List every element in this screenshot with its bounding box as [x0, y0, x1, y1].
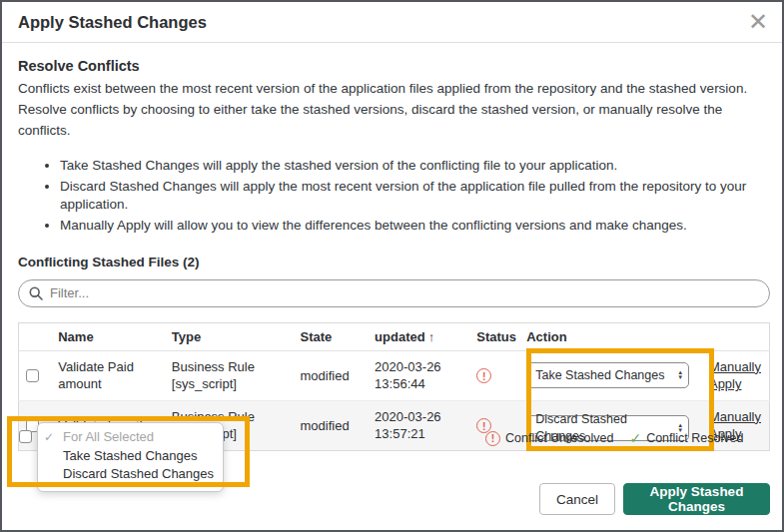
dialog-body: Resolve Conflicts Conflicts exist betwee…	[2, 43, 782, 451]
dialog-title: Apply Stashed Changes	[18, 13, 207, 32]
header-checkbox-col	[19, 322, 59, 350]
conflicting-files-label: Conflicting Stashed Files (2)	[18, 255, 766, 269]
row1-status: !	[476, 350, 526, 400]
header-manual-col	[709, 322, 770, 350]
search-icon	[29, 286, 43, 300]
table-row-validate-paid-amount: Validate Paid amount Business Rule [sys_…	[19, 350, 770, 400]
menu-item-label: Discard Stashed Changes	[63, 465, 214, 484]
legend-resolved: ✓ Conflict Resolved	[629, 430, 743, 446]
menu-item-label: For All Selected	[63, 428, 154, 447]
legend-unresolved-label: Conflict Unresolved	[505, 431, 613, 445]
bulk-action-menu: ✓ For All Selected Take Stashed Changes …	[37, 422, 224, 492]
options-bullet-list: Take Stashed Changes will apply the stas…	[18, 157, 766, 235]
check-icon: ✓	[44, 428, 63, 447]
row1-action-select[interactable]: Take Stashed Changes ▲▼	[526, 362, 689, 388]
row1-type-line2: [sys_script]	[172, 375, 293, 393]
sort-ascending-icon: ↑	[428, 329, 435, 344]
menu-item-discard-stashed-changes[interactable]: Discard Stashed Changes	[44, 465, 215, 484]
apply-stashed-changes-dialog: Apply Stashed Changes ✕ Resolve Conflict…	[0, 0, 784, 532]
row1-updated-date: 2020-03-26	[375, 358, 468, 376]
row2-updated-time: 13:57:21	[375, 425, 468, 443]
row1-action-value: Take Stashed Changes	[535, 367, 664, 384]
row1-type-line1: Business Rule	[172, 358, 293, 376]
select-spinner-icon: ▲▼	[677, 370, 683, 380]
bullet-take-stashed: Take Stashed Changes will apply the stas…	[60, 157, 766, 175]
cancel-button[interactable]: Cancel	[539, 483, 615, 515]
conflict-unresolved-icon: !	[485, 431, 500, 446]
filter-box	[18, 279, 770, 307]
apply-stashed-changes-button[interactable]: Apply Stashed Changes	[623, 483, 770, 515]
row1-checkbox[interactable]	[26, 369, 39, 382]
header-updated[interactable]: updated↑	[375, 322, 476, 350]
header-status: Status	[476, 322, 526, 350]
header-type: Type	[172, 322, 301, 350]
table-header-row: Name Type State updated↑ Status Action	[19, 322, 770, 350]
status-legend: ! Conflict Unresolved ✓ Conflict Resolve…	[485, 430, 743, 446]
bullet-discard-stashed: Discard Stashed Changes will apply the m…	[60, 178, 766, 213]
header-name: Name	[58, 322, 172, 350]
bullet-manually-apply: Manually Apply will allow you to view th…	[60, 217, 766, 235]
row1-action-cell: Take Stashed Changes ▲▼	[526, 350, 709, 400]
filter-input[interactable]	[50, 285, 759, 300]
row2-updated-date: 2020-03-26	[375, 408, 468, 426]
legend-unresolved: ! Conflict Unresolved	[485, 431, 613, 446]
row1-manual-cell: ManuallyApply	[709, 350, 770, 400]
conflict-resolved-icon: ✓	[629, 430, 641, 446]
conflicts-description: Conflicts exist between the most recent …	[18, 79, 762, 142]
header-updated-label: updated	[375, 329, 425, 344]
conflict-unresolved-icon: !	[476, 368, 491, 383]
row1-name: Validate Paid amount	[58, 350, 172, 400]
row1-type: Business Rule [sys_script]	[172, 350, 301, 400]
row1-updated-time: 13:56:44	[375, 375, 468, 393]
dialog-header: Apply Stashed Changes ✕	[2, 2, 782, 43]
row2-updated: 2020-03-26 13:57:21	[375, 400, 476, 450]
select-all-checkbox[interactable]	[19, 430, 32, 443]
row1-updated: 2020-03-26 13:56:44	[375, 350, 476, 400]
menu-item-for-all-selected: ✓ For All Selected	[44, 428, 215, 447]
menu-item-label: Take Stashed Changes	[63, 447, 197, 466]
header-state: State	[301, 322, 376, 350]
row1-manually-apply-link[interactable]: ManuallyApply	[709, 358, 761, 393]
menu-item-take-stashed-changes[interactable]: Take Stashed Changes	[44, 447, 215, 466]
row2-state: modified	[301, 400, 376, 450]
legend-resolved-label: Conflict Resolved	[646, 431, 743, 445]
row1-state: modified	[301, 350, 376, 400]
close-icon[interactable]: ✕	[748, 10, 768, 34]
resolve-conflicts-heading: Resolve Conflicts	[18, 58, 766, 74]
header-action: Action	[526, 322, 709, 350]
